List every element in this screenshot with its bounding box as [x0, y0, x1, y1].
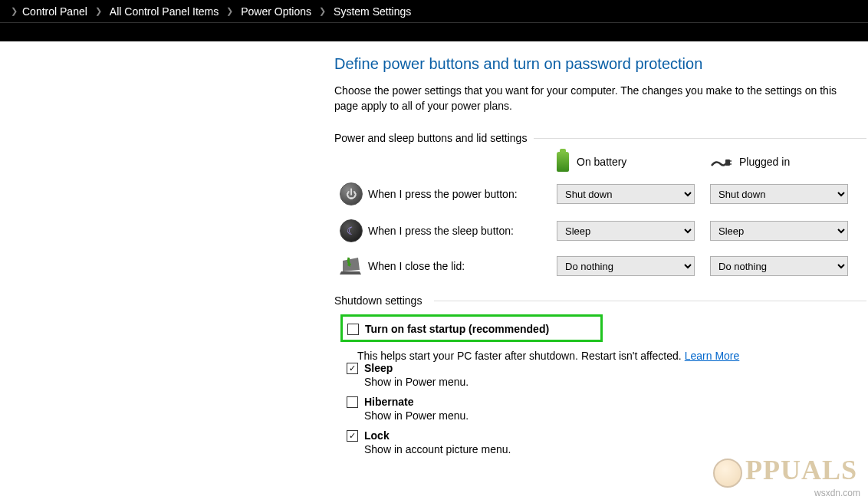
checkbox-lock[interactable]	[347, 430, 358, 442]
ribbon-area	[0, 23, 868, 41]
fast-startup-highlight: Turn on fast startup (recommended)	[340, 314, 603, 342]
breadcrumb-all-items[interactable]: All Control Panel Items	[110, 5, 219, 18]
select-sleep-plugged[interactable]: Sleep	[710, 221, 848, 241]
power-button-icon: ⏻	[340, 182, 363, 205]
section-shutdown-header: Shutdown settings	[334, 294, 866, 307]
row-lid-label: When I close the lid:	[368, 260, 557, 272]
chevron-icon: ❯	[226, 6, 233, 16]
columns-header: On battery Plugged in	[334, 152, 866, 172]
breadcrumb-control-panel[interactable]: Control Panel	[22, 5, 87, 18]
page-title: Define power buttons and turn on passwor…	[334, 55, 866, 73]
col-on-battery: On battery	[557, 152, 710, 172]
sleep-button-icon: ☾	[340, 219, 363, 242]
checkbox-hibernate[interactable]	[347, 396, 358, 408]
appuals-face-icon	[713, 459, 742, 488]
select-lid-battery[interactable]: Do nothing	[557, 256, 695, 276]
label-fast-startup: Turn on fast startup (recommended)	[365, 323, 549, 335]
svg-rect-0	[725, 159, 730, 166]
chevron-icon: ❯	[95, 6, 102, 16]
row-close-lid: When I close the lid: Do nothing Do noth…	[334, 256, 866, 276]
fast-startup-desc1: This helps start your PC faster after sh…	[357, 350, 578, 362]
col-plugged-in: Plugged in	[710, 152, 863, 172]
select-power-plugged[interactable]: Shut down	[710, 184, 848, 204]
select-sleep-battery[interactable]: Sleep	[557, 221, 695, 241]
label-sleep: Sleep	[364, 362, 393, 374]
laptop-lid-icon	[338, 256, 364, 276]
row-sleep-button: ☾ When I press the sleep button: Sleep S…	[334, 219, 866, 242]
chevron-icon: ❯	[11, 6, 18, 16]
fast-startup-desc2: Restart isn't affected.	[581, 350, 682, 362]
row-power-button: ⏻ When I press the power button: Shut do…	[334, 182, 866, 205]
label-lock: Lock	[364, 429, 390, 442]
desc-sleep: Show in Power menu.	[364, 376, 866, 388]
section-power-buttons-header: Power and sleep buttons and lid settings	[334, 132, 866, 144]
row-power-label: When I press the power button:	[368, 188, 557, 200]
checkbox-sleep[interactable]	[347, 363, 358, 374]
desc-lock: Show in account picture menu.	[364, 443, 866, 455]
label-hibernate: Hibernate	[364, 396, 414, 408]
select-lid-plugged[interactable]: Do nothing	[710, 256, 848, 276]
row-sleep-label: When I press the sleep button:	[368, 225, 557, 237]
breadcrumb-system-settings[interactable]: System Settings	[334, 5, 411, 18]
battery-icon	[557, 152, 569, 172]
titlebar: ❯ Control Panel ❯ All Control Panel Item…	[0, 0, 868, 23]
shutdown-item-sleep: Sleep Show in Power menu.	[347, 362, 866, 388]
chevron-icon: ❯	[319, 6, 326, 16]
main-content: Define power buttons and turn on passwor…	[0, 41, 866, 455]
watermark-text: wsxdn.com	[814, 488, 860, 498]
col-battery-label: On battery	[577, 156, 626, 168]
plug-icon	[710, 156, 732, 167]
col-plugged-label: Plugged in	[739, 156, 790, 168]
breadcrumb-power-options[interactable]: Power Options	[241, 5, 311, 18]
shutdown-item-hibernate: Hibernate Show in Power menu.	[347, 396, 866, 422]
checkbox-fast-startup[interactable]	[347, 324, 359, 335]
link-learn-more[interactable]: Learn More	[685, 350, 740, 362]
intro-text: Choose the power settings that you want …	[334, 84, 863, 113]
select-power-battery[interactable]: Shut down	[557, 184, 695, 204]
breadcrumb: Control Panel ❯ All Control Panel Items …	[22, 5, 411, 18]
appuals-watermark-logo: PPUALS	[713, 454, 857, 488]
desc-hibernate: Show in Power menu.	[364, 409, 866, 422]
shutdown-item-lock: Lock Show in account picture menu.	[347, 429, 866, 455]
